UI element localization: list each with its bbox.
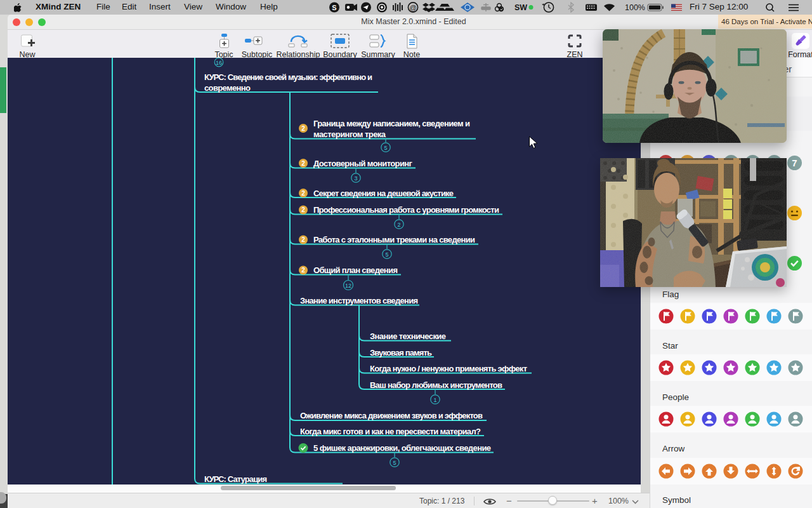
svg-text:Граница между написанием, свед: Граница между написанием, сведением и <box>313 119 470 128</box>
svg-text:Когда нужно / ненужно применят: Когда нужно / ненужно применять эффект <box>370 364 527 373</box>
svg-text:Звуковая память: Звуковая память <box>370 348 432 358</box>
svg-text:2: 2 <box>301 236 305 243</box>
svg-text:16: 16 <box>216 60 222 66</box>
svg-text:Работа с эталонными треками на: Работа с эталонными треками на сведении <box>313 235 475 244</box>
svg-text:2: 2 <box>301 267 305 274</box>
svg-text:@: @ <box>409 4 416 11</box>
svg-text:5 фишек аранжировки, облегчающ: 5 фишек аранжировки, облегчающих сведени… <box>313 443 491 453</box>
svg-text:12: 12 <box>345 283 351 289</box>
svg-text:S: S <box>332 4 336 11</box>
svg-text:КУРС: Сведение своей музыки: э: КУРС: Сведение своей музыки: эффективно … <box>204 72 372 82</box>
svg-text:Ваш набор любимых инструментов: Ваш набор любимых инструментов <box>370 380 502 390</box>
svg-text:Знание технические: Знание технические <box>370 331 446 341</box>
svg-text:Профессиональная работа с уров: Профессиональная работа с уровнями громк… <box>313 205 499 215</box>
svg-text:100%: 100% <box>625 3 645 12</box>
svg-text:современно: современно <box>204 83 251 93</box>
svg-text:Когда микс готов и как не пере: Когда микс готов и как не пересвести мат… <box>300 427 481 436</box>
svg-text:SW: SW <box>514 3 527 12</box>
svg-text:2: 2 <box>301 125 305 132</box>
svg-text:Оживление микса движением звук: Оживление микса движением звуков и эффек… <box>300 411 483 420</box>
svg-text:5: 5 <box>393 460 396 466</box>
svg-text:Достоверный мониторинг: Достоверный мониторинг <box>313 159 413 168</box>
svg-text:5: 5 <box>384 145 387 151</box>
svg-text:Секрет сведения на дешевой аку: Секрет сведения на дешевой акустике <box>313 189 454 198</box>
svg-text:2: 2 <box>397 222 400 228</box>
svg-text:5: 5 <box>385 251 388 258</box>
svg-text:мастерингом трека: мастерингом трека <box>313 130 386 139</box>
svg-text:КУРС: Сатурация: КУРС: Сатурация <box>204 474 267 484</box>
svg-text:2: 2 <box>301 206 305 213</box>
svg-text:3: 3 <box>354 175 357 182</box>
svg-text:2: 2 <box>301 160 305 167</box>
svg-text:Общий план сведения: Общий план сведения <box>313 265 398 275</box>
svg-text:2: 2 <box>301 190 305 197</box>
svg-text:Знание инструментов сведения: Знание инструментов сведения <box>300 296 418 305</box>
svg-text:1: 1 <box>433 397 436 403</box>
